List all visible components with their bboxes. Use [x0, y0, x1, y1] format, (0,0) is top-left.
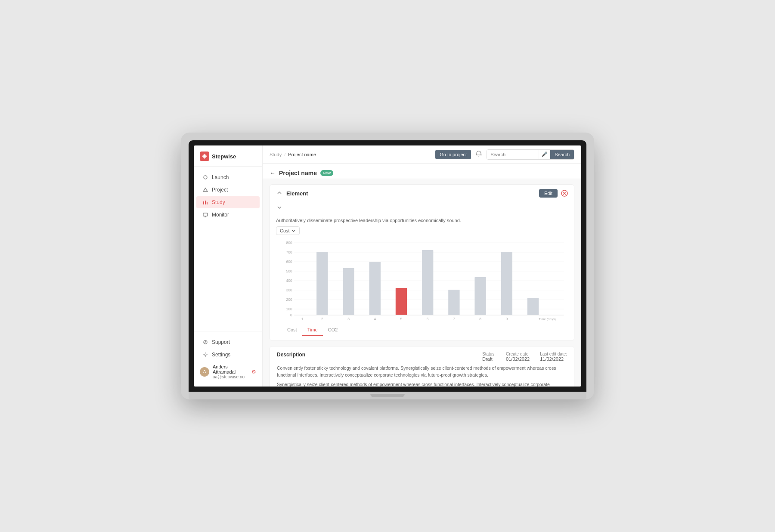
svg-text:300: 300: [286, 288, 292, 292]
sidebar-item-settings-label: Settings: [212, 352, 230, 358]
main-content: Study / Project name Go to project: [263, 145, 581, 387]
create-date-item: Create date 01/02/2022: [506, 352, 530, 362]
description-text-1: Conveniently foster sticky technology an…: [277, 365, 567, 379]
card-title-row: Element: [276, 189, 308, 198]
svg-text:800: 800: [286, 241, 292, 245]
svg-text:400: 400: [286, 278, 292, 283]
status-item: Status: Draft: [482, 352, 496, 362]
chart-section: Cost: [270, 226, 574, 340]
search-input[interactable]: [487, 150, 539, 159]
svg-rect-38: [501, 252, 512, 315]
svg-point-11: [205, 354, 206, 356]
svg-text:500: 500: [286, 269, 292, 273]
svg-text:3: 3: [347, 317, 350, 321]
svg-text:2: 2: [321, 317, 323, 321]
logo-icon: [200, 152, 209, 161]
cost-filter-dropdown[interactable]: Cost: [276, 226, 300, 235]
element-description: Authoritatively disseminate prospective …: [270, 214, 574, 226]
bar-chart: 800 700 600 500 400 300 200 100 0: [276, 238, 568, 325]
sidebar-item-launch[interactable]: Launch: [196, 171, 260, 183]
user-menu-icon[interactable]: ⚙: [251, 369, 256, 375]
user-profile[interactable]: A Anders Attramadal aa@stepwise.no ⚙: [194, 361, 262, 382]
sidebar-nav: Launch Project: [194, 167, 262, 331]
tab-co2[interactable]: CO2: [323, 325, 343, 336]
tab-cost[interactable]: Cost: [282, 325, 302, 336]
breadcrumb-parent: Study: [270, 152, 282, 157]
last-edit-value: 11/02/2022: [540, 356, 567, 362]
microphone-icon[interactable]: 🎤: [539, 150, 550, 159]
sidebar-item-study-label: Study: [212, 199, 225, 205]
rocket-icon: [202, 174, 208, 180]
svg-rect-35: [422, 250, 433, 315]
svg-rect-5: [207, 202, 208, 204]
breadcrumb-separator: /: [284, 152, 285, 157]
last-edit-label: Last edit date:: [540, 352, 567, 356]
sidebar-item-project[interactable]: Project: [196, 184, 260, 196]
create-date-label: Create date: [506, 352, 530, 356]
sidebar-item-support[interactable]: Support: [196, 336, 260, 348]
svg-text:1: 1: [301, 317, 304, 321]
svg-rect-36: [448, 290, 459, 315]
bell-icon[interactable]: [475, 150, 482, 158]
sidebar-item-project-label: Project: [212, 187, 228, 193]
description-card: Description Status: Draft Create date 01…: [270, 346, 574, 387]
element-title: Element: [286, 190, 308, 197]
top-bar-actions: Go to project 🎤 Search: [435, 149, 574, 160]
element-card: Element Edit: [270, 184, 574, 341]
sidebar-item-study[interactable]: Study: [196, 196, 260, 208]
svg-rect-32: [343, 268, 354, 315]
sidebar-bottom: Support Settings A: [194, 331, 262, 387]
svg-text:100: 100: [286, 307, 292, 311]
search-box: 🎤 Search: [487, 149, 574, 160]
sidebar-item-support-label: Support: [212, 339, 230, 345]
card-header: Element Edit: [270, 185, 574, 202]
gear-icon: [202, 352, 208, 358]
svg-point-10: [205, 342, 206, 343]
breadcrumb-current: Project name: [288, 152, 316, 157]
search-button[interactable]: Search: [550, 150, 574, 159]
sidebar-item-monitor-label: Monitor: [212, 212, 229, 218]
svg-rect-4: [205, 201, 206, 204]
svg-text:200: 200: [286, 297, 292, 302]
svg-text:600: 600: [286, 260, 292, 264]
user-info: Anders Attramadal aa@stepwise.no: [213, 364, 248, 379]
svg-rect-3: [203, 201, 204, 204]
card-actions: Edit: [539, 189, 568, 198]
back-button[interactable]: ←: [270, 170, 276, 176]
svg-text:Time (days): Time (days): [539, 317, 556, 321]
last-edit-item: Last edit date: 11/02/2022: [540, 352, 567, 362]
status-label: Status:: [482, 352, 496, 356]
triangle-icon: [202, 187, 208, 193]
sidebar-item-monitor[interactable]: Monitor: [196, 209, 260, 221]
svg-text:0: 0: [290, 313, 292, 317]
support-icon: [202, 339, 208, 345]
description-title: Description: [277, 352, 305, 362]
status-block: Status: Draft Create date 01/02/2022 Las…: [482, 352, 567, 362]
description-header: Description Status: Draft Create date 01…: [277, 352, 567, 362]
content-area: Element Edit: [263, 179, 581, 387]
chart-tabs: Cost Time CO2: [276, 325, 568, 336]
sidebar-item-settings[interactable]: Settings: [196, 349, 260, 361]
app-logo: Stepwise: [194, 145, 262, 167]
sidebar: Stepwise Launch: [194, 145, 263, 387]
svg-rect-6: [203, 213, 208, 216]
page-header: ← Project name New: [263, 164, 581, 179]
monitor-icon: [202, 212, 208, 218]
tab-time[interactable]: Time: [302, 325, 323, 336]
goto-project-button[interactable]: Go to project: [435, 150, 471, 159]
svg-text:6: 6: [427, 317, 429, 321]
edit-button[interactable]: Edit: [539, 189, 558, 198]
svg-text:7: 7: [453, 317, 455, 321]
sidebar-item-launch-label: Launch: [212, 174, 229, 180]
page-title: Project name: [279, 170, 317, 176]
svg-text:5: 5: [400, 317, 403, 321]
create-date-value: 01/02/2022: [506, 356, 530, 362]
svg-text:4: 4: [374, 317, 376, 321]
breadcrumb: Study / Project name: [270, 152, 316, 157]
secondary-collapse[interactable]: [270, 202, 574, 214]
close-card-button[interactable]: [561, 190, 568, 197]
svg-text:700: 700: [286, 250, 292, 254]
avatar: A: [200, 367, 209, 377]
svg-point-9: [204, 340, 207, 344]
chevron-up-icon[interactable]: [276, 189, 283, 198]
